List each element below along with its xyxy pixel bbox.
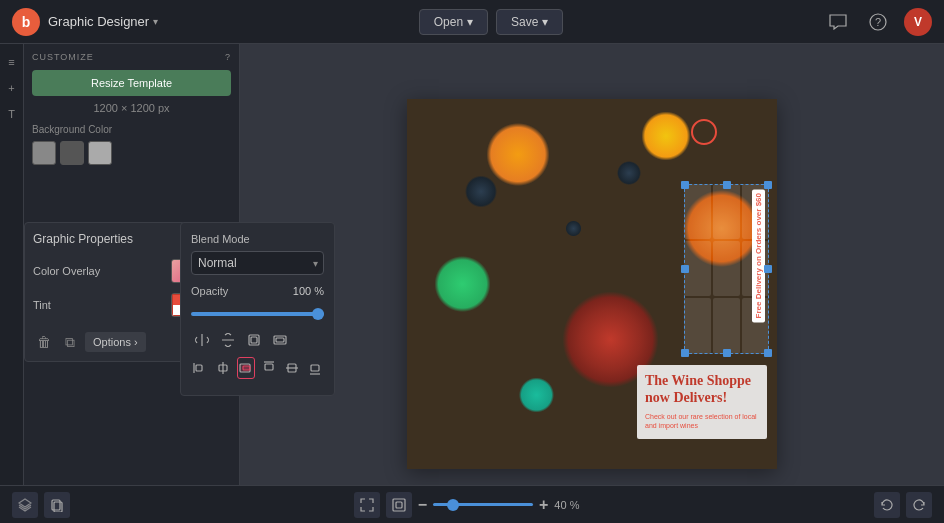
flip-horizontal-button[interactable]: [191, 329, 213, 351]
panel-title: Graphic Properties: [33, 232, 133, 246]
pattern-cell-1: [684, 184, 711, 239]
color-swatch-1[interactable]: [32, 141, 56, 165]
tool-add[interactable]: +: [2, 78, 22, 98]
pattern-cell-9: [742, 298, 769, 353]
panel-actions: 🗑 ⧉ Options ›: [33, 327, 195, 353]
svg-rect-11: [243, 366, 250, 370]
align-top-button[interactable]: [259, 357, 278, 379]
opacity-label: Opacity: [191, 285, 228, 297]
zoom-in-button[interactable]: +: [539, 496, 548, 514]
topbar-right: ? V: [824, 8, 932, 36]
topbar-center: Open ▾ Save ▾: [158, 9, 824, 35]
graphic-properties-panel: Graphic Properties ✕ Color Overlay Tint …: [24, 222, 204, 362]
svg-rect-7: [196, 365, 202, 371]
fit-screen-button[interactable]: [354, 492, 380, 518]
circle-selection: [691, 119, 717, 145]
flip-vertical-button[interactable]: [217, 329, 239, 351]
crop-button[interactable]: [243, 329, 265, 351]
align-center-h-button[interactable]: [214, 357, 233, 379]
design-canvas[interactable]: Free Delivery on Orders over $60: [407, 99, 777, 469]
bg-color-swatches: [32, 141, 231, 165]
text-overlay-box[interactable]: The Wine Shoppe now Delivers! Check out …: [637, 365, 767, 439]
app-title: Graphic Designer: [48, 14, 149, 29]
canvas-area[interactable]: Free Delivery on Orders over $60: [240, 44, 944, 523]
color-overlay-row: Color Overlay: [33, 259, 195, 283]
customize-help-icon[interactable]: ?: [225, 52, 231, 62]
blend-mode-label: Blend Mode: [191, 233, 324, 245]
main-layout: ≡ + T CUSTOMIZE ? Resize Template 1200 ×…: [0, 44, 944, 523]
pattern-grid: [684, 184, 769, 354]
save-chevron: ▾: [542, 15, 548, 29]
topbar: b Graphic Designer ▾ Open ▾ Save ▾ ? V: [0, 0, 944, 44]
tint-row: Tint: [33, 293, 195, 317]
bg-color-section: Background Color: [32, 124, 231, 165]
svg-rect-5: [276, 338, 284, 342]
open-chevron: ▾: [467, 15, 473, 29]
zoom-value: 40 %: [554, 499, 590, 511]
blend-mode-popup: Blend Mode Normal Multiply Screen Overla…: [180, 222, 335, 396]
options-button[interactable]: Options ›: [85, 332, 146, 352]
blend-mode-select[interactable]: Normal Multiply Screen Overlay Darken Li…: [191, 251, 324, 275]
align-left-button[interactable]: [191, 357, 210, 379]
svg-rect-17: [311, 365, 319, 371]
opacity-slider-wrap: [191, 305, 324, 319]
canvas-size: 1200 × 1200 px: [32, 102, 231, 114]
bottom-left-tools: [12, 492, 70, 518]
help-button[interactable]: ?: [864, 8, 892, 36]
pattern-cell-5: [713, 241, 740, 296]
color-swatch-2[interactable]: [60, 141, 84, 165]
color-swatch-3[interactable]: [88, 141, 112, 165]
pattern-cell-6: [742, 241, 769, 296]
pattern-cell-8: [713, 298, 740, 353]
redo-button[interactable]: [906, 492, 932, 518]
svg-rect-20: [393, 499, 405, 511]
customize-section: CUSTOMIZE ?: [32, 52, 231, 62]
pattern-cell-2: [713, 184, 740, 239]
comment-button[interactable]: [824, 8, 852, 36]
mask-button[interactable]: [269, 329, 291, 351]
pattern-cell-4: [684, 241, 711, 296]
zoom-slider[interactable]: [433, 503, 533, 506]
svg-rect-3: [251, 337, 257, 343]
pattern-cell-7: [684, 298, 711, 353]
bottom-bar: − + 40 %: [0, 485, 944, 523]
align-row-2: [191, 357, 324, 379]
layers-button[interactable]: [12, 492, 38, 518]
save-button[interactable]: Save ▾: [496, 9, 563, 35]
opacity-value: 100 %: [293, 285, 324, 297]
bg-color-label: Background Color: [32, 124, 231, 135]
open-button[interactable]: Open ▾: [419, 9, 488, 35]
zoom-out-button[interactable]: −: [418, 496, 427, 514]
align-right-button[interactable]: [237, 357, 256, 379]
svg-text:?: ?: [875, 16, 881, 28]
delete-button[interactable]: 🗑: [33, 331, 55, 353]
app-logo[interactable]: b: [12, 8, 40, 36]
tint-label: Tint: [33, 299, 51, 311]
subtext: Check out our rare selection of local an…: [645, 412, 759, 430]
resize-template-button[interactable]: Resize Template: [32, 70, 231, 96]
panel-header: Graphic Properties ✕: [33, 231, 195, 247]
opacity-slider[interactable]: [191, 312, 324, 316]
color-overlay-label: Color Overlay: [33, 265, 100, 277]
duplicate-button[interactable]: ⧉: [59, 331, 81, 353]
pattern-cell-3: [742, 184, 769, 239]
align-bottom-button[interactable]: [305, 357, 324, 379]
user-avatar[interactable]: V: [904, 8, 932, 36]
align-center-v-button[interactable]: [282, 357, 301, 379]
align-row-1: [191, 329, 324, 351]
tool-layers[interactable]: ≡: [2, 52, 22, 72]
actual-size-button[interactable]: [386, 492, 412, 518]
pattern-overlay: [684, 184, 769, 354]
undo-button[interactable]: [874, 492, 900, 518]
bottom-right-tools: [874, 492, 932, 518]
sidebar-tools: ≡ + T: [0, 44, 24, 523]
zoom-controls: − + 40 %: [354, 492, 591, 518]
tool-text[interactable]: T: [2, 104, 22, 124]
options-chevron: ›: [134, 336, 138, 348]
headline-text: The Wine Shoppe now Delivers!: [645, 373, 759, 407]
opacity-row: Opacity 100 %: [191, 285, 324, 297]
pages-button[interactable]: [44, 492, 70, 518]
blend-select-wrap: Normal Multiply Screen Overlay Darken Li…: [191, 251, 324, 275]
svg-rect-21: [396, 502, 402, 508]
svg-rect-13: [265, 364, 273, 370]
